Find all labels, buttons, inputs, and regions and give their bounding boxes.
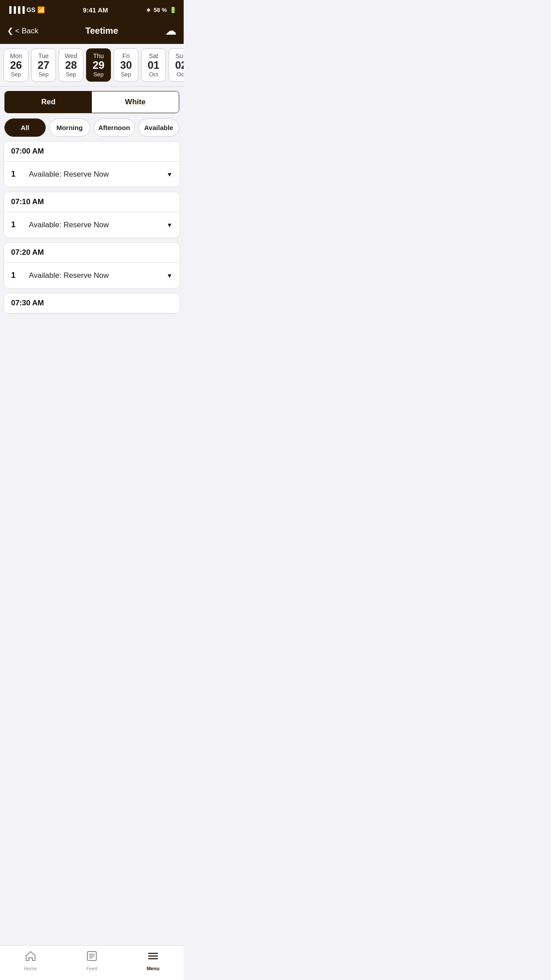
teetime-time-0700: 07:00 AM [4,142,180,162]
teetime-slot-0700-1[interactable]: 1 Available: Reserve Now ▼ [4,162,180,187]
status-bar: ▐▐▐▐ GS 📶 9:41 AM ∗ 58 % 🔋 [0,0,184,20]
date-mon26[interactable]: Mon 26 Sep [4,48,28,82]
teetime-slot-0710-1[interactable]: 1 Available: Reserve Now ▼ [4,212,180,237]
battery-icon: 🔋 [169,7,177,13]
slot-label: Available: Reserve Now [29,221,159,229]
status-time: 9:41 AM [83,6,108,14]
teetime-time-0710: 07:10 AM [4,192,180,212]
header: ❮ < Back Teetime ☁ [0,20,184,44]
filter-available-button[interactable]: Available [138,119,180,137]
page-title: Teetime [85,26,118,36]
cloud-icon[interactable]: ☁ [165,24,177,38]
status-right: ∗ 58 % 🔋 [146,7,177,13]
slot-label: Available: Reserve Now [29,271,159,280]
chevron-down-icon: ▼ [166,272,173,279]
teetime-block-0730: 07:30 AM [4,293,180,314]
back-button[interactable]: ❮ < Back [7,26,38,36]
slot-num: 1 [11,220,22,229]
signal-icon: ▐▐▐▐ [7,6,25,13]
teetime-list: 07:00 AM 1 Available: Reserve Now ▼ 07:1… [0,141,184,314]
teetime-time-0730: 07:30 AM [4,293,180,313]
filter-afternoon-button[interactable]: Afternoon [94,119,135,137]
battery-label: 58 % [153,7,167,13]
teetime-time-0720: 07:20 AM [4,243,180,263]
date-wed28[interactable]: Wed 28 Sep [59,48,83,82]
teetime-block-0720: 07:20 AM 1 Available: Reserve Now ▼ [4,242,180,288]
status-signal: ▐▐▐▐ GS 📶 [7,6,45,13]
slot-num: 1 [11,271,22,280]
carrier-label: GS [27,6,35,13]
filter-all-button[interactable]: All [4,119,46,137]
teetime-block-0700: 07:00 AM 1 Available: Reserve Now ▼ [4,141,180,187]
date-picker: Mon 26 Sep Tue 27 Sep Wed 28 Sep Thu 29 … [0,44,184,87]
white-course-button[interactable]: White [92,91,179,113]
wifi-icon: 📶 [37,6,45,13]
filter-row: All Morning Afternoon Available [0,117,184,141]
date-sat01[interactable]: Sat 01 Oct [141,48,166,82]
filter-morning-button[interactable]: Morning [49,119,91,137]
course-toggle: Red White [4,91,179,113]
bluetooth-icon: ∗ [146,7,151,13]
chevron-down-icon: ▼ [166,221,173,229]
red-course-button[interactable]: Red [5,91,92,113]
date-fri30[interactable]: Fri 30 Sep [114,48,138,82]
back-label: < Back [15,27,38,36]
teetime-block-0710: 07:10 AM 1 Available: Reserve Now ▼ [4,192,180,238]
teetime-slot-0720-1[interactable]: 1 Available: Reserve Now ▼ [4,263,180,288]
slot-label: Available: Reserve Now [29,170,159,179]
chevron-down-icon: ▼ [166,171,173,178]
date-thu29[interactable]: Thu 29 Sep [86,48,111,82]
slot-num: 1 [11,170,22,179]
date-tue27[interactable]: Tue 27 Sep [31,48,56,82]
date-sun02[interactable]: Sun 02 Oct [169,48,184,82]
back-chevron-icon: ❮ [7,26,13,36]
